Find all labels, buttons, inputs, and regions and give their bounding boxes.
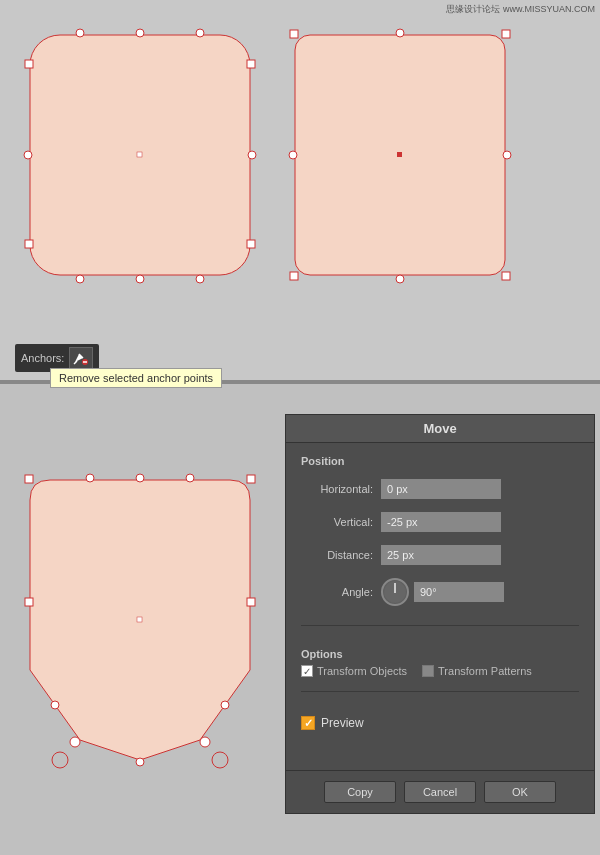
options-section: Options ✓ Transform Objects Transform Pa…: [301, 648, 579, 677]
move-dialog: Move Position Horizontal: Vertical: Dist…: [285, 414, 595, 814]
svg-point-5: [136, 29, 144, 37]
top-section: 思缘设计论坛 www.MISSYUAN.COM: [0, 0, 600, 380]
shape-right-container: [285, 20, 515, 290]
angle-label: Angle:: [301, 586, 381, 598]
transform-patterns-checkbox-label[interactable]: Transform Patterns: [422, 665, 532, 677]
svg-rect-18: [502, 272, 510, 280]
svg-rect-3: [247, 60, 255, 68]
vertical-row: Vertical:: [301, 512, 579, 532]
cancel-button[interactable]: Cancel: [404, 781, 476, 803]
svg-rect-40: [137, 617, 142, 622]
svg-point-37: [136, 758, 144, 766]
anchor-tool-button[interactable]: [69, 347, 93, 369]
svg-rect-13: [137, 152, 142, 157]
svg-point-11: [76, 275, 84, 283]
right-shape-svg: [285, 25, 515, 285]
svg-point-6: [136, 275, 144, 283]
svg-rect-34: [247, 598, 255, 606]
section-separator: [301, 625, 579, 626]
svg-rect-33: [25, 598, 33, 606]
tooltip-remove-anchor: Remove selected anchor points: [50, 368, 222, 388]
bottom-section: Move Position Horizontal: Vertical: Dist…: [0, 384, 600, 855]
svg-point-22: [503, 151, 511, 159]
svg-rect-16: [502, 30, 510, 38]
preview-row: ✓ Preview: [301, 716, 579, 730]
transform-patterns-label: Transform Patterns: [438, 665, 532, 677]
anchors-bar: Anchors: Remove selected anchor points: [0, 336, 600, 380]
svg-line-25: [74, 361, 77, 364]
vertical-label: Vertical:: [301, 516, 381, 528]
svg-point-28: [86, 474, 94, 482]
svg-point-38: [51, 701, 59, 709]
svg-point-39: [221, 701, 229, 709]
dialog-body: Position Horizontal: Vertical: Distance:…: [286, 443, 594, 770]
svg-rect-17: [290, 272, 298, 280]
svg-point-8: [248, 151, 256, 159]
distance-label: Distance:: [301, 549, 381, 561]
svg-rect-32: [247, 475, 255, 483]
svg-point-41: [52, 752, 68, 768]
svg-point-36: [200, 737, 210, 747]
svg-point-29: [136, 474, 144, 482]
horizontal-label: Horizontal:: [301, 483, 381, 495]
svg-point-7: [24, 151, 32, 159]
angle-row: Angle:: [301, 578, 579, 606]
svg-point-21: [289, 151, 297, 159]
transform-objects-label: Transform Objects: [317, 665, 407, 677]
distance-input[interactable]: [381, 545, 501, 565]
left-shape-svg: [20, 25, 260, 285]
angle-needle: [394, 583, 396, 593]
dialog-title: Move: [286, 415, 594, 443]
copy-button[interactable]: Copy: [324, 781, 396, 803]
dialog-footer: Copy Cancel OK: [286, 770, 594, 813]
section-separator-2: [301, 691, 579, 692]
anchors-text: Anchors:: [21, 352, 64, 364]
svg-point-9: [76, 29, 84, 37]
svg-point-12: [196, 275, 204, 283]
left-canvas: [0, 384, 280, 855]
angle-input[interactable]: [414, 582, 504, 602]
svg-rect-2: [25, 240, 33, 248]
horizontal-input[interactable]: [381, 479, 501, 499]
distance-row: Distance:: [301, 545, 579, 565]
ok-button[interactable]: OK: [484, 781, 556, 803]
svg-rect-1: [25, 60, 33, 68]
angle-dial[interactable]: [381, 578, 409, 606]
svg-point-19: [396, 29, 404, 37]
options-row: ✓ Transform Objects Transform Patterns: [301, 665, 579, 677]
svg-point-10: [196, 29, 204, 37]
svg-rect-31: [25, 475, 33, 483]
options-label: Options: [301, 648, 579, 660]
watermark: 思缘设计论坛 www.MISSYUAN.COM: [446, 3, 595, 16]
canvas-area-top: [0, 0, 600, 336]
preview-label: Preview: [321, 716, 364, 730]
svg-point-35: [70, 737, 80, 747]
svg-rect-4: [247, 240, 255, 248]
svg-rect-15: [290, 30, 298, 38]
svg-rect-23: [397, 152, 402, 157]
bottom-shape-svg: [20, 470, 260, 770]
pen-minus-icon: [73, 350, 89, 366]
vertical-input[interactable]: [381, 512, 501, 532]
transform-patterns-checkbox[interactable]: [422, 665, 434, 677]
svg-point-20: [396, 275, 404, 283]
transform-objects-checkbox[interactable]: ✓: [301, 665, 313, 677]
position-section-label: Position: [301, 455, 579, 467]
shape-left-container: [15, 20, 265, 290]
preview-checkbox[interactable]: ✓: [301, 716, 315, 730]
horizontal-row: Horizontal:: [301, 479, 579, 499]
transform-objects-checkbox-label[interactable]: ✓ Transform Objects: [301, 665, 407, 677]
svg-point-30: [186, 474, 194, 482]
svg-point-42: [212, 752, 228, 768]
